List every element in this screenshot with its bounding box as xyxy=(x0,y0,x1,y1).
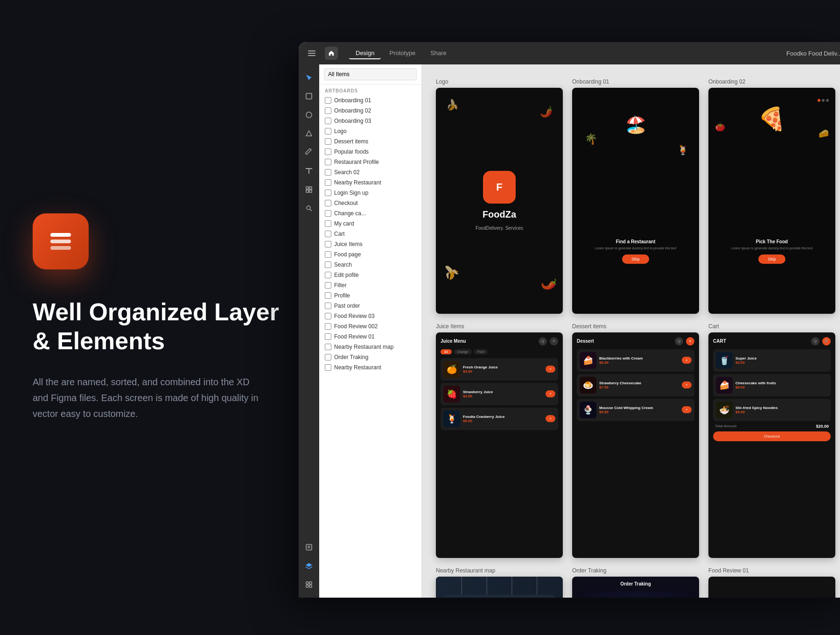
layer-item-7[interactable]: Search 02 xyxy=(319,167,421,177)
cart-item-2: 🍰 Cheesecake with fruits $8.00 xyxy=(713,374,831,396)
figma-window: Design Prototype Share Foodko Food Deliv… xyxy=(299,42,840,598)
dessert-item-2-name: Strawberry Cheesecake xyxy=(599,381,679,385)
layer-item-label: Dessert items xyxy=(334,138,368,145)
cart-item-1: 🥤 Super Juice $3.00 xyxy=(713,349,831,372)
checkout-button[interactable]: Checkout xyxy=(713,431,831,441)
tab-prototype[interactable]: Prototype xyxy=(383,48,422,59)
screen-card-logo: Logo F FoodZa FoodDelivery. Services 🍌 🌶… xyxy=(436,78,563,314)
layer-item-3[interactable]: Logo xyxy=(319,126,421,136)
screen-card-review: Food Review 01 Food Review How Was The F… xyxy=(708,567,835,598)
onboard2-skip-button[interactable]: Skip xyxy=(758,254,785,264)
juice-item-3: 🍹 Foodia Cranberry Juice $5.00 + xyxy=(441,408,558,430)
layers-tool[interactable] xyxy=(301,558,316,573)
layer-item-label: Food Review 03 xyxy=(334,313,375,319)
layer-item-8[interactable]: Nearby Restaurant xyxy=(319,177,421,188)
tab-design[interactable]: Design xyxy=(349,48,381,59)
layer-item-12[interactable]: My card xyxy=(319,219,421,229)
layer-item-label: Profile xyxy=(334,292,350,299)
dessert-item-3-add[interactable]: + xyxy=(682,406,692,413)
layer-item-13[interactable]: Cart xyxy=(319,229,421,239)
juice-item-1-add[interactable]: + xyxy=(546,366,555,373)
svg-point-15 xyxy=(307,206,310,210)
polygon-tool[interactable] xyxy=(301,126,316,141)
screen-preview-dessert: Dessert Q ≡ 🍰 Blackberries with Cream $6… xyxy=(572,332,699,558)
layer-item-22[interactable]: Food Review 002 xyxy=(319,321,421,332)
svg-rect-1 xyxy=(50,240,71,243)
layer-item-2[interactable]: Onboarding 03 xyxy=(319,116,421,126)
juice-item-1-name: Fresh Orange Juice xyxy=(463,365,543,369)
component-tool[interactable] xyxy=(301,182,316,197)
layer-item-21[interactable]: Food Review 03 xyxy=(319,311,421,321)
onboard1-skip-button[interactable]: Skip xyxy=(622,254,649,264)
hamburger-icon[interactable] xyxy=(306,48,317,59)
layer-item-15[interactable]: Food page xyxy=(319,249,421,260)
select-tool[interactable] xyxy=(301,70,316,85)
dessert-item-3: 🍨 Mousse Cold Whipping Cream $5.50 + xyxy=(577,399,694,421)
layer-item-16[interactable]: Search xyxy=(319,260,421,270)
pen-tool[interactable] xyxy=(301,145,316,160)
juice-item-1-price: $4.00 xyxy=(463,369,543,374)
svg-line-16 xyxy=(310,210,312,212)
layer-item-11[interactable]: Change ca... xyxy=(319,208,421,219)
juice-header-title: Juice Menu xyxy=(441,339,466,344)
tab-share[interactable]: Share xyxy=(424,48,453,59)
layer-item-19[interactable]: Profile xyxy=(319,290,421,301)
layer-item-18[interactable]: Filter xyxy=(319,280,421,290)
layer-item-14[interactable]: Juice Items xyxy=(319,239,421,249)
layer-item-5[interactable]: Popular foods xyxy=(319,147,421,157)
ellipse-tool[interactable] xyxy=(301,107,316,122)
screen-preview-logo: F FoodZa FoodDelivery. Services 🍌 🌶️ 🍌 🌶… xyxy=(436,88,563,314)
hero-section: Well Organized Layer & Elements All the … xyxy=(0,0,317,635)
svg-rect-14 xyxy=(309,190,312,192)
layer-item-17[interactable]: Edit pofile xyxy=(319,270,421,280)
logo-circle: F xyxy=(483,171,516,204)
layer-item-label: Nearby Restaurant map xyxy=(334,344,393,350)
dessert-item-2-add[interactable]: + xyxy=(682,381,692,388)
layer-item-4[interactable]: Dessert items xyxy=(319,136,421,147)
layer-item-10[interactable]: Checkout xyxy=(319,198,421,208)
screen-label-cart: Cart xyxy=(708,323,835,330)
layer-frame-icon xyxy=(325,190,331,196)
svg-rect-22 xyxy=(306,585,308,587)
svg-rect-10 xyxy=(308,168,309,174)
layer-item-6[interactable]: Restaurant Profile xyxy=(319,157,421,167)
layer-frame-icon xyxy=(325,179,331,186)
dessert-item-1-add[interactable]: + xyxy=(682,357,692,364)
screen-preview-onboard2: 🍕 🍅 🧀 Pick The Food Lorem xyxy=(708,88,835,314)
text-tool[interactable] xyxy=(301,163,316,178)
layer-item-label: Login Sign up xyxy=(334,190,368,196)
layer-item-label: Search xyxy=(334,261,352,268)
layer-item-9[interactable]: Login Sign up xyxy=(319,188,421,198)
layer-item-label: Popular foods xyxy=(334,148,369,155)
frame-tool[interactable] xyxy=(301,89,316,104)
layer-item-1[interactable]: Onboarding 02 xyxy=(319,106,421,116)
svg-rect-3 xyxy=(308,50,315,51)
juice-item-2-add[interactable]: + xyxy=(546,390,555,397)
cart-item-3: 🍜 Stir-fried Spicy Noodles $9.00 xyxy=(713,399,831,421)
home-button[interactable] xyxy=(325,47,338,60)
layer-item-label: Food Review 002 xyxy=(334,323,378,330)
layer-item-label: Food page xyxy=(334,251,361,258)
layers-search-container xyxy=(319,64,421,85)
layer-item-label: Search 02 xyxy=(334,169,360,176)
layer-item-24[interactable]: Nearby Restaurant map xyxy=(319,342,421,352)
svg-rect-2 xyxy=(50,246,71,250)
layer-item-25[interactable]: Order Traking xyxy=(319,352,421,362)
screen-label-review: Food Review 01 xyxy=(708,567,835,574)
cart-item-2-name: Cheesecake with fruits xyxy=(735,381,828,385)
screen-card-dessert: Dessert items Dessert Q ≡ 🍰 xyxy=(572,323,699,558)
layer-item-26[interactable]: Nearby Restaurant xyxy=(319,362,421,373)
layer-item-23[interactable]: Food Review 01 xyxy=(319,332,421,342)
svg-rect-0 xyxy=(50,233,71,237)
layer-item-20[interactable]: Past order xyxy=(319,301,421,311)
juice-item-3-add[interactable]: + xyxy=(546,415,555,422)
assets-tool[interactable] xyxy=(301,577,316,592)
layer-item-label: Food Review 01 xyxy=(334,333,375,340)
layers-search-input[interactable] xyxy=(324,68,417,80)
layers-scroll[interactable]: ARTBOARDS Onboarding 01Onboarding 02Onbo… xyxy=(319,85,421,598)
layer-frame-icon xyxy=(325,272,331,278)
pages-tool[interactable] xyxy=(301,540,316,555)
layer-item-0[interactable]: Onboarding 01 xyxy=(319,95,421,106)
search-tool[interactable] xyxy=(301,201,316,216)
juice-item-3-price: $5.00 xyxy=(463,419,543,423)
